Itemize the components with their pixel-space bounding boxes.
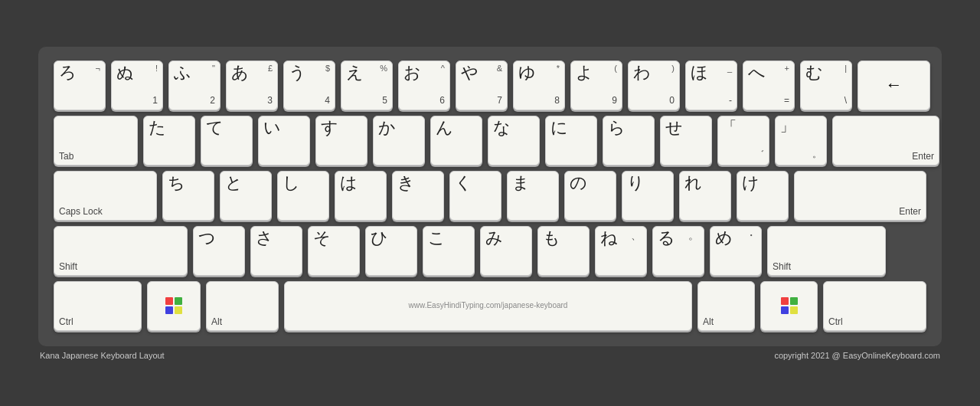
- keyboard-row-3: Caps Lock ち と し は き く ま の り れ: [54, 171, 926, 221]
- key-mu[interactable]: む | \: [800, 61, 852, 110]
- key-te[interactable]: て: [201, 116, 253, 165]
- key-ri[interactable]: り: [622, 171, 674, 221]
- key-ni[interactable]: に: [545, 116, 597, 165]
- key-shi[interactable]: し: [277, 171, 329, 221]
- key-me[interactable]: め ・: [710, 226, 762, 276]
- key-u[interactable]: う $ 4: [283, 61, 335, 110]
- key-fu[interactable]: ふ " 2: [168, 61, 220, 110]
- key-no[interactable]: の: [564, 171, 616, 221]
- key-ka[interactable]: か: [373, 116, 425, 165]
- keyboard-row-2: Tab た て い す か ん な に ら せ: [54, 116, 926, 165]
- key-se[interactable]: せ: [660, 116, 712, 165]
- key-chi[interactable]: ち: [162, 171, 214, 221]
- key-tsu[interactable]: つ: [193, 226, 245, 276]
- key-ro[interactable]: ろ ¬: [54, 61, 106, 110]
- key-ku[interactable]: く: [449, 171, 501, 221]
- shift-left-key[interactable]: Shift: [54, 226, 188, 276]
- key-to[interactable]: と: [220, 171, 272, 221]
- windows-icon-right: [781, 297, 798, 314]
- key-ru[interactable]: る 。: [652, 226, 704, 276]
- key-o[interactable]: お ^ 6: [398, 61, 450, 110]
- key-wa[interactable]: わ ) 0: [628, 61, 680, 110]
- ctrl-left-key[interactable]: Ctrl: [54, 281, 142, 331]
- win-right-key[interactable]: [760, 281, 818, 331]
- capslock-key[interactable]: Caps Lock: [54, 171, 157, 221]
- key-ya[interactable]: や & 7: [456, 61, 508, 110]
- enter-key-wide[interactable]: Enter: [794, 171, 926, 221]
- key-e[interactable]: え % 5: [341, 61, 393, 110]
- key-ha[interactable]: は: [335, 171, 387, 221]
- key-sa[interactable]: さ: [250, 226, 302, 276]
- tab-key[interactable]: Tab: [54, 116, 138, 165]
- windows-icon: [165, 297, 182, 314]
- key-a[interactable]: あ £ 3: [226, 61, 278, 110]
- key-so[interactable]: そ: [308, 226, 360, 276]
- footer: Kana Japanese Keyboard Layout copyright …: [38, 351, 942, 360]
- shift-right-key[interactable]: Shift: [767, 226, 886, 276]
- space-key[interactable]: www.EasyHindiTyping.com/japanese-keyboar…: [284, 281, 692, 331]
- key-yo[interactable]: よ ( 9: [570, 61, 622, 110]
- key-he[interactable]: へ + =: [743, 61, 795, 110]
- key-handakuten[interactable]: 」 。: [775, 116, 827, 165]
- footer-right-label: copyright 2021 @ EasyOnlineKeyboard.com: [774, 351, 940, 360]
- ctrl-right-key[interactable]: Ctrl: [823, 281, 926, 331]
- keyboard-row-5: Ctrl Alt www.EasyHindiTyping.com/japanes…: [54, 281, 926, 331]
- key-re[interactable]: れ: [679, 171, 731, 221]
- key-ho[interactable]: ほ _ -: [685, 61, 737, 110]
- enter-key[interactable]: Enter: [832, 116, 939, 165]
- key-dakuten[interactable]: 「 ゛: [717, 116, 769, 165]
- key-ra[interactable]: ら: [603, 116, 655, 165]
- key-ne[interactable]: ね 、: [595, 226, 647, 276]
- alt-right-key[interactable]: Alt: [697, 281, 755, 331]
- key-ki[interactable]: き: [392, 171, 444, 221]
- key-nu[interactable]: ぬ ! 1: [111, 61, 163, 110]
- backspace-key[interactable]: ←: [858, 61, 930, 110]
- key-mo[interactable]: も: [537, 226, 590, 276]
- alt-left-key[interactable]: Alt: [206, 281, 279, 331]
- key-ko[interactable]: こ: [423, 226, 475, 276]
- key-ke[interactable]: け: [737, 171, 789, 221]
- key-na[interactable]: な: [488, 116, 540, 165]
- keyboard-row-4: Shift つ さ そ ひ こ み も ね 、: [54, 226, 926, 276]
- key-hi[interactable]: ひ: [365, 226, 417, 276]
- key-yu[interactable]: ゆ * 8: [513, 61, 565, 110]
- footer-left-label: Kana Japanese Keyboard Layout: [40, 351, 165, 360]
- key-su[interactable]: す: [315, 116, 368, 165]
- keyboard-container: ろ ¬ ぬ ! 1 ふ " 2 あ £ 3: [38, 47, 942, 346]
- key-mi[interactable]: み: [480, 226, 532, 276]
- key-n[interactable]: ん: [430, 116, 482, 165]
- key-ta[interactable]: た: [143, 116, 195, 165]
- win-left-key[interactable]: [147, 281, 201, 331]
- key-i[interactable]: い: [258, 116, 310, 165]
- keyboard-row-1: ろ ¬ ぬ ! 1 ふ " 2 あ £ 3: [54, 61, 926, 110]
- key-ma[interactable]: ま: [507, 171, 559, 221]
